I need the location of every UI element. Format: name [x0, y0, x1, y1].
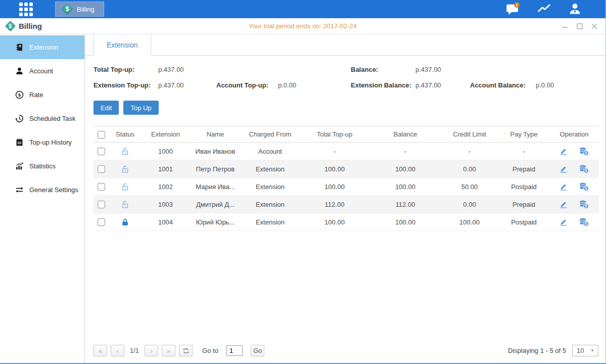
select-all-checkbox[interactable] — [98, 131, 105, 139]
edit-icon[interactable] — [559, 164, 568, 173]
prev-page-icon: ‹ — [116, 347, 119, 355]
row-checkbox[interactable] — [98, 165, 105, 173]
extension-balance-label: Extension Balance: — [351, 81, 415, 89]
extension-cell: 1002 — [142, 178, 190, 196]
row-checkbox[interactable] — [98, 218, 105, 226]
transfer-arrows-icon — [15, 186, 24, 194]
extension-cell: 1001 — [142, 160, 190, 178]
titlebar: $ Billing Your trial period ends on: 201… — [0, 18, 605, 34]
bar-chart-icon — [15, 162, 24, 170]
billing-window-icon: $ — [5, 21, 15, 31]
maximize-button[interactable] — [577, 23, 583, 29]
pay-type-cell: - — [498, 143, 549, 160]
go-button[interactable]: Go — [251, 345, 264, 356]
lock-open-icon — [121, 165, 129, 173]
page-size-select[interactable]: 10 ▼ — [572, 345, 598, 356]
topup-coins-icon[interactable]: $ — [578, 147, 589, 156]
row-checkbox[interactable] — [98, 201, 105, 208]
user-button[interactable] — [568, 3, 582, 16]
topup-coins-icon[interactable]: $ — [578, 200, 589, 209]
status-cell — [109, 178, 142, 196]
edit-icon[interactable] — [559, 217, 568, 226]
table-header-row: Status Extension Name Charged From Total… — [94, 126, 599, 143]
billing-app-icon: $ — [62, 4, 73, 15]
refresh-button[interactable] — [179, 345, 193, 356]
table-row[interactable]: 1003 Дмитрий Д... Extension 112.00 112.0… — [94, 196, 599, 213]
extension-topup-value: p.437.00 — [158, 81, 184, 89]
topup-coins-icon[interactable]: $ — [578, 164, 589, 174]
balance-value: p.437.00 — [415, 66, 441, 73]
tab-extension[interactable]: Extension — [93, 34, 151, 56]
topbar-tab-billing[interactable]: $ Billing — [55, 2, 104, 17]
edit-button[interactable]: Edit — [94, 101, 119, 115]
account-balance-value: p.0.00 — [536, 81, 554, 89]
close-button[interactable] — [591, 23, 597, 29]
row-checkbox[interactable] — [98, 148, 105, 155]
page-indicator: 1/1 — [130, 347, 139, 354]
total-topup-cell: - — [299, 143, 370, 160]
total-topup-cell: 100.00 — [299, 160, 370, 178]
charged-from-cell: Account — [241, 143, 299, 160]
apps-grid-icon[interactable] — [19, 3, 33, 16]
total-topup: Total Top-up: p.437.00 — [94, 62, 216, 77]
notepad-icon — [15, 138, 24, 147]
topbar-tab-label: Billing — [77, 6, 95, 13]
lock-open-icon — [121, 147, 129, 156]
first-page-button[interactable]: « — [94, 345, 107, 356]
charged-from-cell: Extension — [241, 213, 299, 231]
name-cell: Петр Петров — [190, 160, 241, 178]
chevron-down-icon: ▼ — [590, 348, 594, 353]
sidebar-item-statistics[interactable]: Statistics — [0, 154, 84, 178]
credit-limit-cell: 100.00 — [441, 213, 498, 231]
table-row[interactable]: 1001 Петр Петров Extension 100.00 100.00… — [94, 160, 599, 178]
balance-label: Balance: — [351, 66, 415, 73]
trial-notice: Your trial period ends on: 2017-02-24 — [0, 22, 605, 30]
sidebar-item-scheduled-task[interactable]: Scheduled Task — [0, 107, 84, 130]
sidebar-item-label: Scheduled Task — [29, 115, 76, 122]
sidebar-item-label: Statistics — [29, 162, 56, 170]
pay-type-cell: Prepaid — [498, 196, 549, 213]
extension-balance-value: p.437.00 — [415, 81, 441, 89]
monitor-button[interactable] — [536, 3, 552, 16]
sidebar-item-extension[interactable]: Extension — [0, 35, 84, 59]
prev-page-button[interactable]: ‹ — [111, 345, 124, 356]
sidebar-item-account[interactable]: Account — [0, 59, 84, 83]
person-icon — [15, 67, 24, 75]
edit-icon[interactable] — [559, 147, 568, 156]
operation-cell: $ — [549, 178, 599, 196]
svg-text:$: $ — [585, 204, 587, 208]
status-cell — [109, 160, 142, 178]
sidebar-item-label: General Settings — [29, 186, 78, 194]
edit-icon[interactable] — [559, 200, 568, 209]
total-topup-cell: 112.00 — [299, 196, 370, 213]
col-status: Status — [109, 126, 142, 143]
charged-from-cell: Extension — [241, 196, 299, 213]
table-row[interactable]: 1002 Мария Ива... Extension 100.00 100.0… — [94, 178, 599, 196]
charged-from-cell: Extension — [241, 178, 299, 196]
next-page-button[interactable]: › — [145, 345, 158, 356]
total-topup-cell: 100.00 — [299, 213, 370, 231]
goto-page-input[interactable] — [226, 345, 243, 356]
sidebar-item-topup-history[interactable]: Top-up History — [0, 130, 84, 154]
lock-open-icon — [121, 200, 129, 209]
extension-table: Status Extension Name Charged From Total… — [94, 126, 599, 231]
first-page-icon: « — [99, 347, 103, 355]
table-row[interactable]: 1004 Юрий Юрь... Extension 100.00 100.00… — [94, 213, 599, 231]
edit-icon[interactable] — [559, 182, 568, 191]
top-up-button[interactable]: Top Up — [123, 101, 158, 115]
row-checkbox[interactable] — [98, 183, 105, 191]
topup-coins-icon[interactable]: $ — [578, 182, 589, 192]
svg-text:$: $ — [585, 169, 587, 173]
sidebar-item-label: Rate — [29, 91, 43, 99]
pay-type-cell: Postpaid — [498, 178, 549, 196]
sidebar-item-rate[interactable]: $ Rate — [0, 83, 84, 107]
operation-cell: $ — [549, 143, 599, 160]
minimize-button[interactable] — [562, 23, 568, 29]
sidebar-item-label: Extension — [29, 43, 58, 51]
extension-topup: Extension Top-up: p.437.00 — [94, 77, 216, 93]
sidebar-item-general-settings[interactable]: General Settings — [0, 178, 84, 202]
last-page-button[interactable]: » — [162, 345, 175, 356]
topup-coins-icon[interactable]: $ — [578, 217, 589, 227]
table-row[interactable]: 1000 Иван Иванов Account - - - - $ — [94, 143, 599, 160]
messages-button[interactable]: ! — [505, 2, 521, 16]
